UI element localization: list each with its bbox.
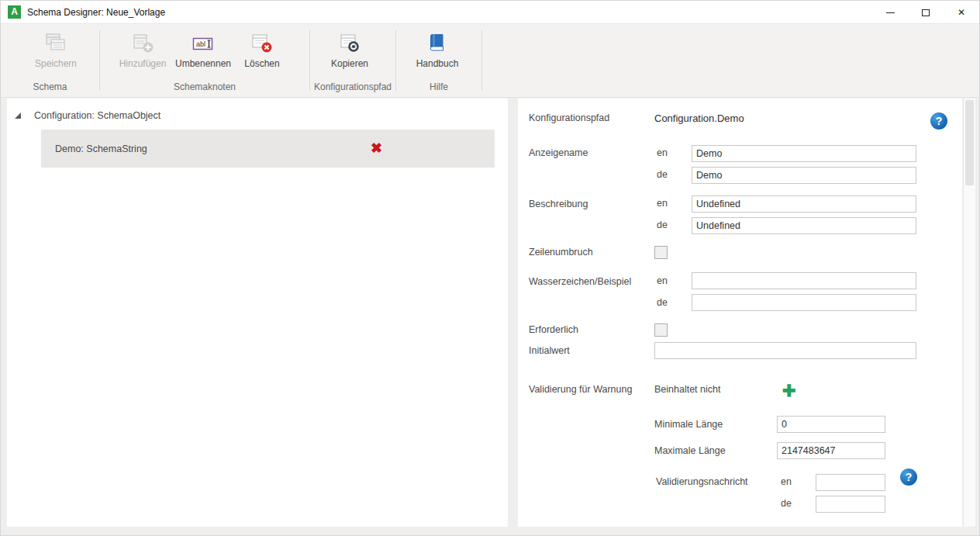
min-length-input[interactable] xyxy=(777,416,885,433)
required-label: Erforderlich xyxy=(529,324,578,335)
close-icon: ✕ xyxy=(958,7,965,18)
ribbon-group-label-schemaknoten: Schemaknoten xyxy=(100,81,309,92)
config-path-value: Configuration.Demo xyxy=(654,112,744,124)
validation-message-de-input[interactable] xyxy=(816,496,885,513)
validation-warning-label: Validierung für Warnung xyxy=(529,384,632,395)
save-button-label: Speichern xyxy=(26,58,85,69)
lang-en-label: en xyxy=(657,147,668,158)
watermark-en-input[interactable] xyxy=(692,272,916,289)
tree-node-selected[interactable]: Demo: SchemaString ✖ xyxy=(41,130,495,168)
app-window: A Schema Designer: Neue_Vorlage ✕ xyxy=(0,0,980,536)
lang-de-label: de xyxy=(657,169,668,180)
description-en-input[interactable] xyxy=(692,195,916,213)
copy-path-button-label: Kopieren xyxy=(320,58,379,69)
save-button[interactable]: Speichern xyxy=(26,29,85,69)
rename-icon: abl xyxy=(174,29,233,57)
max-length-label: Maximale Länge xyxy=(654,445,726,456)
svg-text:abl: abl xyxy=(196,40,205,48)
min-length-label: Minimale Länge xyxy=(654,419,723,430)
lang-de-label: de xyxy=(657,297,668,308)
copy-icon xyxy=(320,29,379,57)
add-node-button[interactable]: Hinzufügen xyxy=(113,29,172,69)
validation-message-label: Validierungsnachricht xyxy=(656,476,748,487)
help-glyph: ? xyxy=(936,115,943,127)
delete-node-button-label: Löschen xyxy=(233,58,292,69)
help-icon[interactable]: ? xyxy=(930,112,947,130)
lang-de-label: de xyxy=(657,220,668,230)
watermark-de-input[interactable] xyxy=(692,294,916,311)
lang-en-label: en xyxy=(657,198,668,209)
delete-node-x-icon[interactable]: ✖ xyxy=(371,139,382,157)
maximize-icon xyxy=(922,9,930,16)
ribbon-group-schema: Speichern Schema xyxy=(1,24,99,97)
manual-button-label: Handbuch xyxy=(408,58,467,69)
display-name-label: Anzeigename xyxy=(529,147,588,158)
tree-node-label: Demo: SchemaString xyxy=(55,144,147,154)
manual-button[interactable]: Handbuch xyxy=(408,29,467,69)
add-node-button-label: Hinzufügen xyxy=(113,58,172,69)
description-label: Beschreibung xyxy=(529,199,588,209)
add-validation-plus-icon[interactable]: ✚ xyxy=(782,382,796,399)
lang-en-label: en xyxy=(781,476,792,487)
titlebar: A Schema Designer: Neue_Vorlage ✕ xyxy=(1,1,979,24)
watermark-label: Wasserzeichen/Beispiel xyxy=(529,276,631,287)
config-path-label: Konfigurationspfad xyxy=(529,112,609,123)
initial-value-label: Initialwert xyxy=(529,345,570,356)
save-icon xyxy=(26,29,85,57)
tree-expander-icon[interactable] xyxy=(15,112,21,119)
schema-tree-panel: Configuration: SchemaObject Demo: Schema… xyxy=(7,99,508,527)
lang-de-label: de xyxy=(781,498,792,509)
ribbon-group-label-hilfe: Hilfe xyxy=(396,81,481,92)
book-icon xyxy=(408,29,467,57)
minimize-icon xyxy=(886,12,895,13)
rename-button[interactable]: abl Umbenennen xyxy=(174,29,233,69)
initial-value-input[interactable] xyxy=(654,342,916,359)
ribbon: Speichern Schema Hinzufügen xyxy=(1,24,979,98)
ribbon-separator xyxy=(481,30,482,91)
required-checkbox[interactable] xyxy=(654,323,668,337)
display-name-de-input[interactable] xyxy=(692,167,916,184)
validation-message-en-input[interactable] xyxy=(816,474,885,491)
delete-icon xyxy=(233,29,292,57)
tree-root-node[interactable]: Configuration: SchemaObject xyxy=(7,108,160,123)
tree-root-label: Configuration: SchemaObject xyxy=(34,110,160,121)
window-controls: ✕ xyxy=(872,1,979,24)
copy-path-button[interactable]: Kopieren xyxy=(320,29,379,69)
ribbon-group-label-konfigurationspfad: Konfigurationspfad xyxy=(310,81,395,92)
close-button[interactable]: ✕ xyxy=(944,1,979,24)
minimize-button[interactable] xyxy=(872,1,908,24)
help-glyph: ? xyxy=(906,471,913,483)
scrollbar-thumb[interactable] xyxy=(965,100,974,185)
app-icon: A xyxy=(8,5,21,19)
description-de-input[interactable] xyxy=(692,217,916,234)
rename-button-label: Umbenennen xyxy=(174,58,233,69)
lang-en-label: en xyxy=(657,275,668,286)
validation-operator-value: Beinhaltet nicht xyxy=(654,384,720,395)
help-icon[interactable]: ? xyxy=(900,469,917,486)
ribbon-group-label-schema: Schema xyxy=(1,81,99,92)
ribbon-group-konfigurationspfad: Kopieren Konfigurationspfad xyxy=(310,24,395,97)
word-wrap-label: Zeilenumbruch xyxy=(529,247,593,258)
ribbon-group-schemaknoten: Hinzufügen abl Umbenennen xyxy=(100,24,309,97)
maximize-button[interactable] xyxy=(908,1,944,24)
delete-node-button[interactable]: Löschen xyxy=(233,29,292,69)
display-name-en-input[interactable] xyxy=(692,145,916,162)
properties-panel: Konfigurationspfad Configuration.Demo ? … xyxy=(518,99,962,527)
max-length-input[interactable] xyxy=(777,442,885,459)
window-title: Schema Designer: Neue_Vorlage xyxy=(27,7,165,18)
vertical-scrollbar[interactable] xyxy=(963,99,975,527)
add-icon xyxy=(113,29,172,57)
word-wrap-checkbox[interactable] xyxy=(654,246,668,259)
ribbon-group-hilfe: Handbuch Hilfe xyxy=(396,24,481,97)
